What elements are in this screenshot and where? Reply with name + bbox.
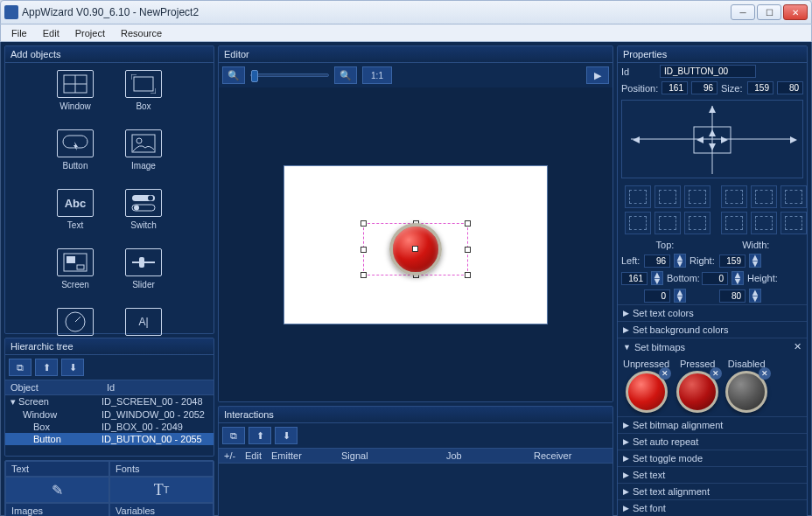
prop-bottom-input[interactable]	[644, 289, 670, 303]
bitmap-remove-button[interactable]: ✕	[759, 367, 771, 380]
tree-body[interactable]: ▾ ScreenID_SCREEN_00 - 2048 WindowID_WIN…	[5, 395, 214, 445]
tree-down-button[interactable]: ⬇	[61, 359, 84, 376]
bitmap-disabled[interactable]: Disabled ✕	[725, 359, 767, 413]
prop-pos-x[interactable]	[662, 81, 688, 94]
section-bitmap-align[interactable]: ▶Set bitmap alignment	[618, 416, 807, 433]
button-icon	[57, 129, 94, 157]
add-switch[interactable]: Switch	[113, 189, 174, 241]
inter-up-button[interactable]: ⬆	[248, 427, 271, 444]
add-box[interactable]: Box	[113, 70, 174, 122]
minimize-button[interactable]: ─	[731, 4, 755, 20]
sel-handle-sw[interactable]	[360, 272, 367, 278]
section-set-text[interactable]: ▶Set text	[618, 466, 807, 483]
inter-col-signal: Signal	[336, 449, 441, 463]
section-bitmaps[interactable]: ▼Set bitmaps✕	[618, 338, 807, 355]
close-button[interactable]: ✕	[783, 4, 808, 20]
text-icon: Abc	[57, 189, 94, 217]
section-set-font[interactable]: ▶Set font	[618, 499, 807, 516]
prop-width-input[interactable]	[719, 255, 746, 268]
tree-copy-button[interactable]: ⧉	[9, 359, 32, 376]
zoom-reset-button[interactable]: 1:1	[362, 66, 392, 84]
res-text-button[interactable]: ✎	[5, 477, 109, 503]
inter-down-button[interactable]: ⬇	[275, 427, 298, 444]
spin[interactable]: ▲▼	[749, 289, 761, 303]
spin[interactable]: ▲▼	[651, 271, 663, 285]
chevron-right-icon: ▶	[623, 471, 629, 479]
inter-col-pm: +/-	[219, 449, 240, 463]
tree-row[interactable]: BoxID_BOX_00 - 2049	[5, 421, 214, 433]
sel-handle-e[interactable]	[465, 247, 471, 253]
add-button[interactable]: Button	[45, 129, 106, 182]
sel-handle-w[interactable]	[360, 247, 367, 253]
prop-pos-y[interactable]	[691, 81, 718, 94]
align-btn[interactable]	[780, 212, 807, 234]
add-image[interactable]: Image	[113, 129, 174, 182]
bitmap-remove-button[interactable]: ✕	[659, 367, 671, 380]
spin[interactable]: ▲▼	[674, 254, 686, 268]
prop-top-input[interactable]	[644, 255, 670, 268]
play-button[interactable]: ▶	[586, 66, 609, 84]
align-btn[interactable]	[751, 212, 777, 234]
prop-right-input[interactable]	[702, 272, 728, 285]
zoom-slider-thumb[interactable]	[251, 70, 258, 82]
section-auto-repeat[interactable]: ▶Set auto repeat	[618, 433, 807, 450]
align-btn[interactable]	[684, 212, 710, 234]
align-btn[interactable]	[684, 185, 710, 208]
bitmap-remove-button[interactable]: ✕	[710, 367, 722, 380]
anchor-diagram[interactable]	[621, 100, 803, 178]
interactions-body[interactable]	[219, 464, 612, 516]
inter-copy-button[interactable]: ⧉	[222, 427, 245, 444]
res-fonts-button[interactable]: TT	[109, 477, 214, 503]
prop-left-input[interactable]	[621, 272, 648, 285]
tree-row[interactable]: ▾ ScreenID_SCREEN_00 - 2048	[5, 395, 214, 408]
tree-row[interactable]: ButtonID_BUTTON_00 - 2055	[5, 433, 214, 445]
editor-canvas-wrap[interactable]	[219, 87, 612, 401]
bitmap-pressed[interactable]: Pressed ✕	[676, 359, 718, 413]
sel-handle-se[interactable]	[465, 272, 471, 278]
section-bg-colors[interactable]: ▶Set background colors	[618, 321, 807, 338]
interactions-columns: +/- Edit Emitter Signal Job Receiver	[219, 448, 612, 464]
align-btn[interactable]	[654, 185, 681, 208]
section-text-align[interactable]: ▶Set text alignment	[618, 483, 807, 499]
svg-marker-24	[709, 106, 716, 113]
menu-resource[interactable]: Resource	[114, 26, 169, 40]
add-slider[interactable]: Slider	[113, 248, 174, 301]
sel-handle-ne[interactable]	[465, 220, 471, 227]
zoom-out-button[interactable]: 🔍	[222, 66, 245, 84]
svg-marker-29	[721, 136, 728, 143]
add-text[interactable]: AbcText	[45, 189, 106, 241]
spin[interactable]: ▲▼	[732, 271, 744, 285]
zoom-in-button[interactable]: 🔍	[334, 66, 357, 84]
sel-handle-nw[interactable]	[360, 220, 367, 227]
maximize-button[interactable]: ☐	[757, 4, 781, 20]
align-btn[interactable]	[721, 212, 747, 234]
canvas-red-button[interactable]	[389, 223, 442, 275]
prop-id-input[interactable]	[660, 65, 756, 78]
sel-handle-center[interactable]	[412, 246, 418, 252]
menu-edit[interactable]: Edit	[36, 26, 66, 40]
tree-row[interactable]: WindowID_WINDOW_00 - 2052	[5, 408, 214, 421]
prop-size-h[interactable]	[777, 81, 803, 94]
align-btn[interactable]	[780, 185, 807, 208]
prop-height-input[interactable]	[719, 289, 746, 303]
svg-point-12	[148, 196, 153, 201]
section-text-colors[interactable]: ▶Set text colors	[618, 304, 807, 321]
editor-canvas[interactable]	[284, 166, 547, 324]
align-btn[interactable]	[625, 185, 651, 208]
spin[interactable]: ▲▼	[749, 254, 761, 268]
align-btn[interactable]	[751, 185, 777, 208]
zoom-slider[interactable]	[250, 73, 329, 77]
tree-up-button[interactable]: ⬆	[35, 359, 58, 376]
align-btn[interactable]	[654, 212, 681, 234]
section-toggle-mode[interactable]: ▶Set toggle mode	[618, 450, 807, 466]
add-screen[interactable]: Screen	[45, 248, 106, 301]
bitmap-unpressed[interactable]: Unpressed ✕	[623, 359, 669, 413]
close-icon[interactable]: ✕	[794, 341, 802, 352]
menu-file[interactable]: File	[4, 26, 34, 40]
prop-size-w[interactable]	[747, 81, 774, 94]
add-window[interactable]: Window	[45, 70, 106, 122]
align-btn[interactable]	[625, 212, 651, 234]
spin[interactable]: ▲▼	[674, 289, 686, 303]
align-btn[interactable]	[721, 185, 747, 208]
menu-project[interactable]: Project	[68, 26, 112, 40]
